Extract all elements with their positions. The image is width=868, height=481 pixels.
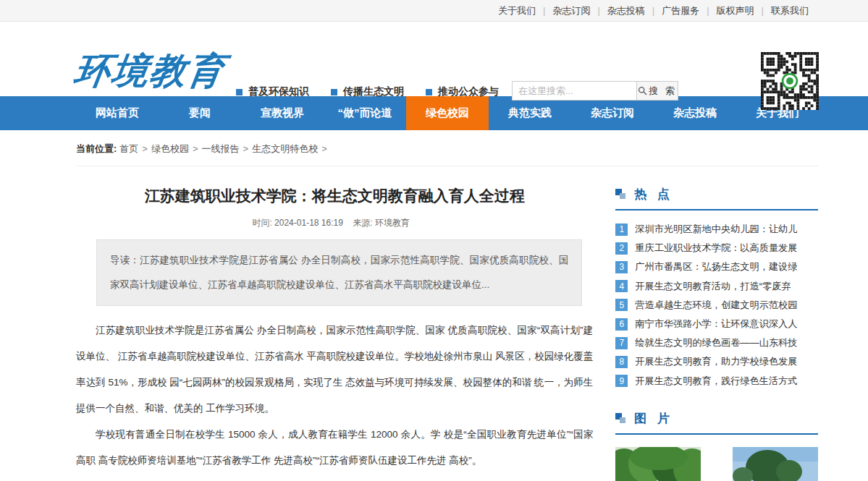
hot-list-item[interactable]: 9开展生态文明教育，践行绿色生活方式 (615, 372, 818, 391)
topbar-links: 关于我们|杂志订阅|杂志投稿|广告服务|版权声明|联系我们 (491, 4, 816, 17)
breadcrumb-link[interactable]: 一线报告 (202, 143, 240, 154)
article-summary: 导读：江苏建筑职业技术学院是江苏省属公 办全日制高校，国家示范性高职学院、国家优… (96, 239, 582, 306)
rank-badge: 4 (615, 280, 628, 292)
article-paragraph: 江苏建筑职业技术学院是江苏省属公 办全日制高校，国家示范性高职学院、国家 优质高… (76, 318, 593, 422)
topbar-link[interactable]: 关于我们 (491, 5, 543, 16)
rank-badge: 1 (615, 224, 628, 236)
main-nav: 网站首页要闻宣教视界“做”而论道绿色校园典范实践杂志订阅杂志投稿关于我们 (0, 96, 868, 130)
hot-item-title: 绘就生态文明的绿色画卷——山东科技 (635, 336, 797, 349)
topbar-link[interactable]: 联系我们 (764, 5, 816, 16)
hot-section-title: 热 点 (634, 186, 673, 203)
qr-code (761, 52, 819, 110)
topbar-link[interactable]: 杂志投稿 (600, 5, 652, 16)
photo-eco-activity-red-banner[interactable] (733, 447, 818, 481)
tagline-label: 推动公众参与 (438, 85, 499, 98)
hot-list-item[interactable]: 5营造卓越生态环境，创建文明示范校园 (615, 296, 818, 315)
nav-item[interactable]: 要闻 (159, 96, 241, 130)
rank-badge: 9 (615, 375, 628, 387)
photo-campus-tree-lined-road[interactable] (615, 447, 701, 481)
tagline: 传播生态文明 (331, 85, 404, 98)
hot-list-item[interactable]: 1深圳市光明区新地中央幼儿园：让幼儿 (615, 220, 818, 239)
square-bullet-icon (426, 89, 432, 95)
breadcrumb-link[interactable]: 生态文明特色校 (252, 143, 318, 154)
rank-badge: 7 (615, 337, 628, 349)
nav-item-active[interactable]: 绿色校园 (406, 96, 489, 130)
breadcrumb: 当前位置:首页>绿色校园>一线报告>生态文明特色校> (76, 130, 818, 166)
square-bullet-icon (331, 89, 337, 95)
meta-source-value: 环境教育 (375, 218, 410, 228)
topbar-link[interactable]: 杂志订阅 (545, 5, 597, 16)
tagline: 推动公众参与 (426, 85, 499, 98)
nav-item[interactable]: 杂志订阅 (571, 96, 654, 130)
hot-item-title: 开展生态文明教育，助力学校绿色发展 (635, 355, 797, 368)
hot-list-item[interactable]: 2重庆工业职业技术学院：以高质量发展 (615, 239, 818, 257)
nav-item[interactable]: 典范实践 (489, 96, 571, 130)
article-meta: 时间: 2024-01-18 16:19 来源: 环境教育 (76, 217, 593, 229)
breadcrumb-link[interactable]: 绿色校园 (151, 143, 189, 154)
hot-item-title: 南宁市华强路小学：让环保意识深入人 (635, 318, 797, 331)
topbar: 关于我们|杂志订阅|杂志投稿|广告服务|版权声明|联系我们 (0, 0, 868, 22)
hot-section-header: 热 点 (615, 186, 818, 210)
topbar-link[interactable]: 广告服务 (654, 5, 707, 16)
nav-item[interactable]: “做”而论道 (324, 96, 406, 130)
breadcrumb-separator: > (243, 143, 249, 154)
rank-badge: 2 (615, 242, 628, 255)
hot-item-title: 营造卓越生态环境，创建文明示范校园 (635, 299, 797, 312)
article-subheading: 坚持绿色发展理念，笃定低碳目标 (76, 474, 593, 481)
hot-item-title: 广州市番禺区：弘扬生态文明，建设绿 (635, 260, 797, 273)
search-icon (638, 86, 647, 95)
site-header: 环境教育 普及环保知识传播生态文明推动公众参与 搜 索 (0, 22, 868, 96)
rank-badge: 5 (615, 299, 628, 311)
hot-item-title: 开展生态文明教育，践行绿色生活方式 (635, 375, 797, 388)
tagline: 普及环保知识 (236, 85, 309, 98)
breadcrumb-separator: > (193, 143, 198, 154)
hot-list-item[interactable]: 4开展生态文明教育活动，打造“零废弃 (615, 277, 818, 296)
meta-source-label: 来源: (353, 218, 372, 228)
nav-item[interactable]: 网站首页 (76, 96, 159, 130)
breadcrumb-separator: > (142, 143, 148, 154)
site-logo[interactable]: 环境教育 (72, 51, 228, 91)
hot-list-item[interactable]: 6南宁市华强路小学：让环保意识深入人 (615, 315, 818, 333)
rank-badge: 6 (615, 318, 628, 331)
rank-badge: 3 (615, 261, 628, 273)
article-paragraph: 学校现有普通全日制在校学生 15000 余人，成人教育在籍学生 12000 余人… (76, 422, 593, 474)
pictures-section-title: 图 片 (634, 410, 673, 427)
hot-list-item[interactable]: 7绘就生态文明的绿色画卷——山东科技 (615, 333, 818, 352)
hot-item-title: 开展生态文明教育活动，打造“零废弃 (635, 280, 791, 293)
article: 江苏建筑职业技术学院：将生态文明教育融入育人全过程 时间: 2024-01-18… (76, 166, 593, 481)
section-blocks-icon (615, 413, 626, 424)
rank-badge: 8 (615, 356, 628, 368)
hot-item-title: 重庆工业职业技术学院：以高质量发展 (635, 242, 797, 255)
nav-item[interactable]: 杂志投稿 (654, 96, 736, 130)
breadcrumb-separator: > (321, 143, 327, 154)
hot-list-item[interactable]: 3广州市番禺区：弘扬生态文明，建设绿 (615, 257, 818, 276)
section-blocks-icon (615, 189, 626, 200)
article-body: 江苏建筑职业技术学院是江苏省属公 办全日制高校，国家示范性高职学院、国家 优质高… (76, 318, 593, 481)
sidebar: 热 点 1深圳市光明区新地中央幼儿园：让幼儿2重庆工业职业技术学院：以高质量发展… (615, 166, 818, 481)
pictures-section-header: 图 片 (615, 410, 818, 435)
nav-item[interactable]: 宣教视界 (241, 96, 324, 130)
search-button[interactable]: 搜 索 (636, 81, 678, 101)
breadcrumb-link[interactable]: 首页 (119, 143, 138, 154)
search-input[interactable] (512, 81, 637, 101)
meta-time-value: 2024-01-18 16:19 (274, 218, 343, 228)
search-bar: 搜 索 (512, 81, 678, 101)
search-button-label: 搜 索 (649, 85, 677, 98)
square-bullet-icon (236, 89, 243, 95)
breadcrumb-label: 当前位置: (76, 143, 117, 154)
taglines: 普及环保知识传播生态文明推动公众参与 (236, 85, 499, 98)
tagline-label: 普及环保知识 (248, 85, 309, 98)
meta-time-label: 时间: (252, 218, 271, 228)
main-content: 江苏建筑职业技术学院：将生态文明教育融入育人全过程 时间: 2024-01-18… (0, 166, 868, 481)
topbar-link[interactable]: 版权声明 (709, 5, 762, 16)
article-title: 江苏建筑职业技术学院：将生态文明教育融入育人全过程 (76, 186, 593, 206)
hot-item-title: 深圳市光明区新地中央幼儿园：让幼儿 (635, 223, 797, 236)
hot-list-item[interactable]: 8开展生态文明教育，助力学校绿色发展 (615, 352, 818, 371)
tagline-label: 传播生态文明 (343, 85, 404, 98)
pictures-row (615, 447, 818, 481)
hot-list: 1深圳市光明区新地中央幼儿园：让幼儿2重庆工业职业技术学院：以高质量发展3广州市… (615, 220, 818, 391)
